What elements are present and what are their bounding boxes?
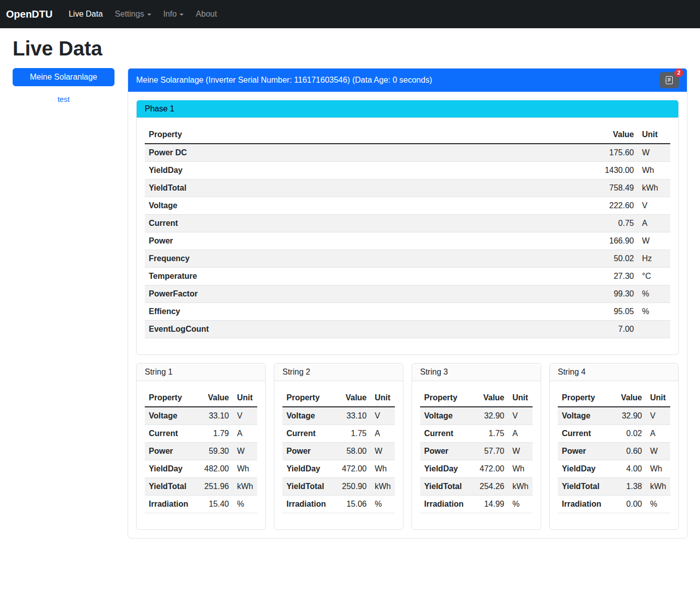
property-cell: Voltage: [420, 407, 469, 425]
column-header-value: Value: [607, 389, 646, 407]
property-cell: Power: [145, 443, 194, 460]
nav-item-live-data[interactable]: Live Data: [63, 6, 109, 23]
string-card: String 2 Property Value Unit Voltage 33.…: [274, 363, 403, 530]
nav-item-about[interactable]: About: [190, 6, 223, 23]
main-content: Meine Solaranlage (Inverter Serial Numbe…: [128, 68, 687, 538]
property-cell: Current: [420, 425, 469, 443]
unit-cell: kWh: [638, 179, 670, 197]
unit-cell: %: [638, 303, 670, 321]
column-header-value: Value: [567, 126, 638, 144]
unit-cell: Wh: [371, 460, 395, 478]
eventlog-button[interactable]: 2: [660, 72, 679, 88]
table-row: Voltage 33.10 V: [282, 407, 395, 425]
string-card-body: Property Value Unit Voltage 33.10 V Curr…: [137, 381, 265, 529]
strings-row: String 1 Property Value Unit Voltage 33.…: [136, 363, 679, 530]
value-cell: 472.00: [331, 460, 371, 478]
property-cell: YieldTotal: [558, 478, 607, 496]
property-cell: Irradiation: [420, 496, 469, 513]
value-cell: 472.00: [469, 460, 508, 478]
table-row: YieldTotal 1.38 kWh: [558, 478, 670, 496]
property-cell: Current: [558, 425, 607, 443]
unit-cell: %: [371, 496, 395, 513]
string-table: Property Value Unit Voltage 33.10 V Curr…: [282, 389, 395, 513]
value-cell: 254.26: [469, 478, 508, 496]
table-row: Irradiation 14.99 %: [420, 496, 533, 513]
table-row: Power 59.30 W: [145, 443, 257, 460]
string-card-title: String 2: [274, 364, 403, 381]
property-cell: PowerFactor: [145, 285, 567, 303]
unit-cell: Hz: [638, 250, 670, 268]
unit-cell: kWh: [646, 478, 670, 496]
unit-cell: W: [638, 144, 670, 162]
property-cell: YieldDay: [420, 460, 469, 478]
property-cell: Power: [420, 443, 469, 460]
table-row: YieldTotal 250.90 kWh: [282, 478, 395, 496]
property-cell: YieldTotal: [420, 478, 469, 496]
value-cell: 33.10: [331, 407, 371, 425]
column-header-unit: Unit: [371, 389, 395, 407]
unit-cell: Wh: [646, 460, 670, 478]
property-cell: YieldDay: [145, 162, 567, 179]
value-cell: 50.02: [567, 250, 638, 268]
value-cell: 4.00: [607, 460, 646, 478]
journal-text-icon: [665, 76, 673, 84]
column-header-value: Value: [194, 389, 233, 407]
property-cell: Current: [145, 425, 194, 443]
unit-cell: Wh: [508, 460, 533, 478]
column-header-unit: Unit: [638, 126, 670, 144]
app-brand[interactable]: OpenDTU: [6, 9, 52, 20]
column-header-value: Value: [469, 389, 508, 407]
unit-cell: A: [371, 425, 395, 443]
unit-cell: °C: [638, 268, 670, 285]
value-cell: 0.60: [607, 443, 646, 460]
table-row: YieldDay 482.00 Wh: [145, 460, 257, 478]
table-row: Voltage 33.10 V: [145, 407, 257, 425]
nav-item-settings[interactable]: Settings: [109, 6, 157, 23]
property-cell: Frequency: [145, 250, 567, 268]
eventlog-count-badge: 2: [674, 69, 683, 77]
property-cell: Irradiation: [558, 496, 607, 513]
table-header-row: Property Value Unit: [145, 389, 257, 407]
value-cell: 251.96: [194, 478, 233, 496]
string-card: String 4 Property Value Unit Voltage 32.…: [549, 363, 679, 530]
unit-cell: kWh: [371, 478, 395, 496]
value-cell: 1430.00: [567, 162, 638, 179]
unit-cell: W: [638, 232, 670, 250]
column-header-value: Value: [331, 389, 371, 407]
value-cell: 0.75: [567, 215, 638, 232]
column-header-unit: Unit: [646, 389, 670, 407]
column-header-unit: Unit: [233, 389, 257, 407]
value-cell: 27.30: [567, 268, 638, 285]
inverter-card-body: Phase 1 Property Value Unit Power DC 175…: [128, 92, 687, 538]
column-header-property: Property: [145, 389, 194, 407]
value-cell: 0.00: [607, 496, 646, 513]
unit-cell: V: [508, 407, 533, 425]
property-cell: Power: [558, 443, 607, 460]
value-cell: 1.79: [194, 425, 233, 443]
unit-cell: Wh: [233, 460, 257, 478]
string-card: String 1 Property Value Unit Voltage 33.…: [136, 363, 266, 530]
inverter-card-title: Meine Solaranlage (Inverter Serial Numbe…: [136, 76, 432, 85]
nav-item-info[interactable]: Info: [157, 6, 190, 23]
inverter-select-button[interactable]: Meine Solaranlage: [13, 68, 114, 86]
value-cell: 99.30: [567, 285, 638, 303]
column-header-property: Property: [282, 389, 331, 407]
property-cell: YieldTotal: [145, 478, 194, 496]
property-cell: Voltage: [145, 197, 567, 215]
unit-cell: %: [233, 496, 257, 513]
value-cell: 15.06: [331, 496, 371, 513]
property-cell: Temperature: [145, 268, 567, 285]
value-cell: 0.02: [607, 425, 646, 443]
column-header-property: Property: [420, 389, 469, 407]
nav-item-settings-label: Settings: [115, 10, 144, 18]
string-table: Property Value Unit Voltage 32.90 V Curr…: [558, 389, 670, 513]
value-cell: 758.49: [567, 179, 638, 197]
property-cell: Current: [145, 215, 567, 232]
unit-cell: A: [638, 215, 670, 232]
inverter-sidebar: Meine Solaranlage test: [13, 68, 114, 104]
inverter-link-test[interactable]: test: [57, 95, 70, 103]
unit-cell: V: [371, 407, 395, 425]
string-card-title: String 3: [412, 364, 541, 381]
property-cell: YieldTotal: [282, 478, 331, 496]
content-layout: Meine Solaranlage test Meine Solaranlage…: [13, 68, 687, 538]
